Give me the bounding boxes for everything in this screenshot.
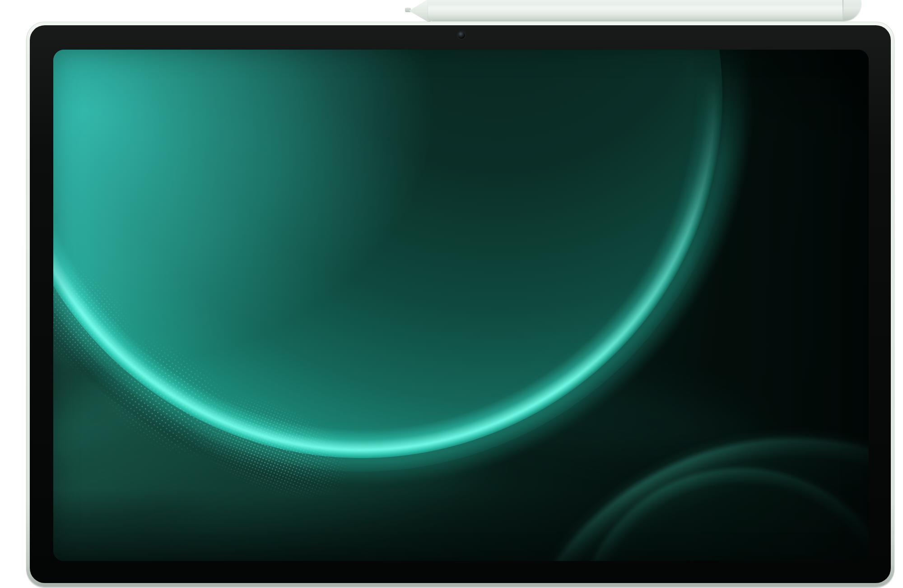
screen-inner-vignette — [53, 50, 869, 561]
tablet-frame — [26, 22, 894, 587]
product-photo-stage — [0, 0, 903, 588]
tablet-screen — [53, 50, 869, 561]
front-camera-icon — [458, 32, 465, 39]
stylus-body — [428, 0, 861, 21]
stylus-cap — [843, 0, 861, 20]
stylus-tip-cone — [409, 0, 431, 22]
stylus-tip-nib — [405, 8, 411, 12]
